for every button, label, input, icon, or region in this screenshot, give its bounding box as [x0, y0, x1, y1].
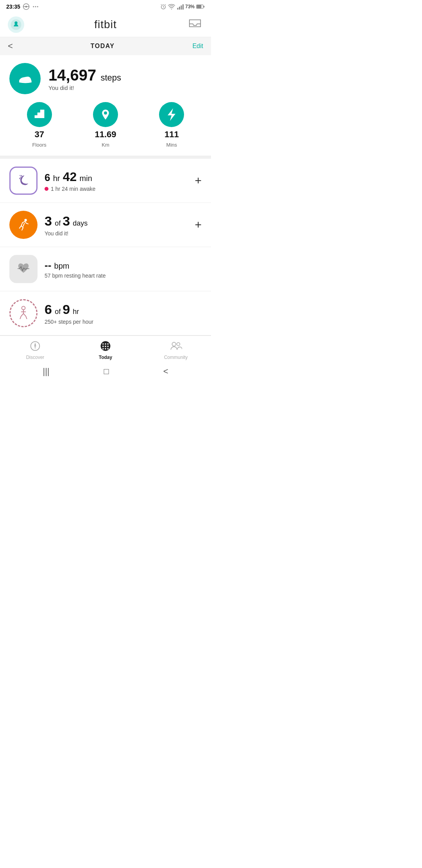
inbox-button[interactable] — [187, 18, 203, 32]
svg-line-26 — [21, 314, 23, 316]
sleep-icon: Z — [15, 172, 32, 189]
community-icon-wrap — [169, 339, 183, 353]
battery-icon — [196, 4, 205, 9]
active-hours-icon — [15, 305, 32, 322]
inbox-icon — [189, 19, 201, 30]
svg-line-9 — [161, 4, 161, 5]
distance-stat[interactable]: 11.69 Km — [72, 102, 138, 148]
heart-rate-card[interactable]: -- bpm 57 bpm resting heart rate — [0, 247, 211, 291]
svg-point-39 — [102, 346, 104, 347]
active-minutes-content: 3 of 3 days You did it! — [45, 213, 188, 237]
floors-icon — [27, 102, 52, 127]
svg-point-32 — [34, 345, 36, 347]
heart-rate-value: -- bpm — [45, 259, 202, 271]
active-minutes-add-button[interactable]: + — [195, 218, 202, 231]
app-header: fitbit — [0, 13, 211, 37]
svg-point-24 — [22, 306, 25, 310]
svg-point-2 — [25, 6, 27, 8]
avatar[interactable] — [8, 16, 24, 33]
today-icon — [99, 340, 112, 352]
svg-point-42 — [102, 348, 104, 350]
status-bar: 23:35 73% — [0, 0, 211, 13]
heart-rate-content: -- bpm 57 bpm resting heart rate — [45, 259, 202, 279]
heart-rate-subtitle: 57 bpm resting heart rate — [45, 273, 202, 279]
svg-point-3 — [33, 6, 34, 7]
today-icon-wrap — [98, 339, 113, 353]
svg-line-29 — [20, 316, 21, 319]
sleep-subtitle: 1 hr 24 min awake — [45, 186, 188, 192]
svg-point-43 — [105, 348, 106, 350]
main-content: 14,697 steps You did it! 37 Floors — [0, 55, 211, 335]
svg-line-27 — [23, 314, 26, 316]
android-nav: ||| □ < — [0, 362, 211, 381]
active-hours-icon-wrap — [9, 299, 38, 327]
app-title: fitbit — [94, 18, 116, 31]
svg-point-44 — [107, 348, 109, 350]
sleep-card[interactable]: Z 6 hr 42 min 1 hr 24 min awake + — [0, 159, 211, 203]
lightning-icon — [166, 108, 177, 122]
shoe-icon — [16, 70, 34, 87]
pokemon-icon — [23, 3, 30, 10]
floors-stat[interactable]: 37 Floors — [6, 102, 72, 148]
steps-info: 14,697 steps You did it! — [48, 66, 121, 91]
nav-community[interactable]: Community — [141, 339, 211, 360]
sleep-duration: 6 hr 42 min — [45, 169, 188, 184]
active-days: 3 of 3 days — [45, 213, 188, 229]
svg-rect-12 — [177, 8, 178, 10]
status-left: 23:35 — [6, 3, 39, 10]
status-time: 23:35 — [6, 4, 20, 10]
active-minutes-icon — [9, 211, 38, 239]
battery-level: 73% — [185, 4, 195, 9]
svg-point-37 — [105, 343, 106, 345]
stats-row: 37 Floors 11.69 Km 111 Mins — [0, 100, 211, 156]
svg-point-4 — [35, 6, 36, 7]
stairs-icon — [33, 108, 46, 121]
active-mins-stat[interactable]: 111 Mins — [139, 102, 205, 148]
svg-rect-14 — [181, 5, 182, 10]
svg-rect-18 — [204, 6, 204, 8]
sleep-add-button[interactable]: + — [195, 174, 202, 187]
discover-icon-wrap — [28, 339, 42, 353]
distance-value: 11.69 — [95, 129, 116, 140]
svg-point-45 — [172, 342, 176, 346]
svg-point-36 — [102, 343, 104, 345]
location-icon — [99, 108, 112, 121]
nav-bar: < TODAY Edit — [0, 37, 211, 55]
bottom-nav: Discover Today — [0, 335, 211, 362]
back-button[interactable]: < — [8, 41, 13, 51]
active-mins-value: 111 — [165, 129, 179, 140]
steps-section: 14,697 steps You did it! — [0, 55, 211, 100]
steps-subtitle: You did it! — [48, 84, 121, 91]
active-days-subtitle: You did it! — [45, 230, 188, 237]
svg-rect-13 — [179, 7, 180, 10]
community-icon — [170, 341, 182, 352]
distance-label: Km — [102, 142, 109, 148]
steps-icon-circle — [9, 63, 41, 94]
edit-button[interactable]: Edit — [192, 43, 203, 50]
active-hours-value: 6 of 9 hr — [45, 301, 202, 317]
svg-line-8 — [163, 7, 164, 7]
svg-rect-17 — [197, 5, 202, 8]
active-mins-label: Mins — [166, 142, 177, 148]
steps-count: 14,697 steps — [48, 66, 121, 84]
nav-discover[interactable]: Discover — [0, 339, 70, 360]
android-menu[interactable]: ||| — [43, 366, 49, 377]
discover-label: Discover — [26, 355, 45, 360]
active-hours-card[interactable]: 6 of 9 hr 250+ steps per hour — [0, 291, 211, 335]
distance-icon — [93, 102, 118, 127]
svg-point-20 — [14, 22, 18, 25]
running-icon — [16, 217, 31, 233]
android-home[interactable]: □ — [104, 366, 109, 377]
heart-rate-icon-wrap — [9, 255, 38, 283]
svg-point-5 — [37, 6, 38, 7]
android-back[interactable]: < — [163, 366, 168, 377]
dots-icon — [32, 3, 39, 10]
svg-point-41 — [107, 346, 109, 347]
svg-rect-15 — [182, 4, 184, 10]
status-right: 73% — [160, 4, 205, 10]
heart-icon — [15, 260, 32, 278]
svg-point-21 — [104, 111, 107, 115]
floors-label: Floors — [32, 142, 46, 148]
active-minutes-card[interactable]: 3 of 3 days You did it! + — [0, 203, 211, 247]
nav-today[interactable]: Today — [70, 339, 141, 360]
